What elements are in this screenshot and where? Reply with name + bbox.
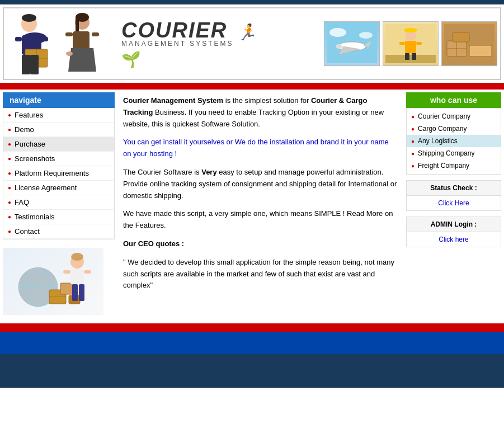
bullet-icon: ● [411,126,414,132]
purchase-link[interactable]: Purchase [15,140,45,148]
footer-dark-bar [0,354,504,388]
svg-rect-30 [416,42,422,45]
svg-rect-4 [15,37,22,41]
svg-point-20 [359,32,373,39]
svg-point-17 [66,51,73,56]
logo-mgmt: MANAGEMENT SYSTEMS [121,40,310,48]
top-bar [0,0,504,4]
license-link[interactable]: License Agreement [15,184,77,192]
sidebar: navigate ● Features ● Demo ● Purchase ● … [3,92,115,315]
svg-point-19 [329,28,346,37]
boxes-image [441,21,497,66]
bullet-icon: ● [411,114,414,120]
sidebar-illustration [3,248,103,315]
sidebar-item-purchase[interactable]: ● Purchase [3,137,114,152]
sidebar-item-testimonials[interactable]: ● Testimonials [3,210,114,224]
footer-red-bar [0,323,504,332]
who-freight-label: Freight Company [418,162,469,170]
faq-link[interactable]: FAQ [15,198,29,206]
platform-link[interactable]: Platform Requirements [15,169,89,177]
center-content: Courier Management System is the simples… [115,92,406,315]
plant-icon: 🌱 [121,50,310,69]
admin-login-title: ADMIN Login : [407,217,501,232]
main-content: navigate ● Features ● Demo ● Purchase ● … [0,90,504,318]
sidebar-item-features[interactable]: ● Features [3,108,114,123]
svg-rect-26 [385,55,436,63]
svg-rect-29 [399,42,405,45]
intro-text1: is the simplest solution for [225,96,311,105]
footer-blue-bar [0,332,504,354]
logo-courier: COURIER 🏃 [121,18,310,43]
svg-rect-28 [405,41,416,53]
svg-rect-10 [30,55,39,74]
right-sidebar: who can use ● Courier Company ● Cargo Co… [406,92,501,315]
red-bar [0,83,504,90]
svg-point-24 [336,44,342,49]
intro-text2: Business. If you need to enable Tracking… [123,108,384,128]
bullet-icon: ● [8,126,11,133]
who-item-logistics: ● Any Logistics [407,135,501,147]
svg-rect-52 [72,284,78,301]
who-cargo-label: Cargo Company [418,125,467,133]
svg-rect-31 [405,53,409,60]
who-item-courier: ● Courier Company [407,110,501,123]
contact-link[interactable]: Contact [15,227,40,236]
sidebar-item-platform[interactable]: ● Platform Requirements [3,166,114,181]
svg-rect-39 [469,45,492,57]
svg-rect-53 [79,284,84,301]
who-item-freight: ● Freight Company [407,159,501,172]
who-can-use-title: who can use [406,92,501,108]
sidebar-item-license[interactable]: ● License Agreement [3,181,114,195]
ceo-title: Our CEO quotes : [123,238,398,250]
admin-login-link[interactable]: Click here [407,232,501,247]
who-courier-label: Courier Company [418,112,470,120]
svg-rect-40 [453,32,469,42]
woman-icon [60,10,105,80]
bullet-icon: ● [8,112,11,118]
sidebar-nav: ● Features ● Demo ● Purchase ● Screensho… [3,108,115,239]
intro-paragraph: Courier Management System is the simples… [123,95,398,130]
install-paragraph: You can get install it yourselves or We … [123,137,398,160]
sidebar-nav-title: navigate [3,92,115,108]
sidebar-item-contact[interactable]: ● Contact [3,224,114,239]
screenshots-link[interactable]: Screenshots [15,154,55,163]
intro-bold1: Courier Management System [123,96,223,105]
header: COURIER 🏃 MANAGEMENT SYSTEMS 🌱 [3,7,501,80]
ceo-quote: " We decided to develop this small appli… [123,257,398,291]
who-shipping-label: Shipping Company [418,149,474,157]
demo-link[interactable]: Demo [15,125,34,134]
svg-rect-14 [73,31,90,49]
status-check-title: Status Check : [407,181,501,196]
header-images [321,18,500,69]
bullet-icon: ● [411,150,414,157]
plane-image [324,21,380,66]
svg-point-2 [22,14,36,22]
status-check-link[interactable]: Click Here [407,196,501,210]
bullet-icon: ● [8,170,11,176]
admin-login-box: ADMIN Login : Click here [406,217,501,247]
who-logistics-label: Any Logistics [418,137,458,145]
bullet-icon: ● [411,163,414,169]
svg-rect-55 [63,270,70,274]
status-check-box: Status Check : Click Here [406,180,501,211]
svg-rect-34 [407,28,414,32]
svg-rect-9 [22,55,30,74]
who-can-use-list: ● Courier Company ● Cargo Company ● Any … [406,108,501,175]
bullet-icon: ● [411,138,414,144]
header-persons [4,7,110,80]
sidebar-item-screenshots[interactable]: ● Screenshots [3,152,114,166]
sidebar-item-demo[interactable]: ● Demo [3,123,114,137]
worker-image [383,21,439,66]
svg-rect-56 [84,270,91,274]
testimonials-link[interactable]: Testimonials [15,213,55,221]
features-link[interactable]: Features [15,111,43,119]
bullet-icon: ● [8,228,11,234]
svg-point-54 [71,253,83,261]
bullet-icon: ● [8,199,11,205]
para3-text1: The Courier Software is [123,168,201,176]
svg-rect-5 [41,37,48,41]
bullet-icon: ● [8,214,11,220]
courier-software-paragraph: The Courier Software is Very easy to set… [123,167,398,201]
man-icon [10,10,60,80]
sidebar-item-faq[interactable]: ● FAQ [3,195,114,210]
